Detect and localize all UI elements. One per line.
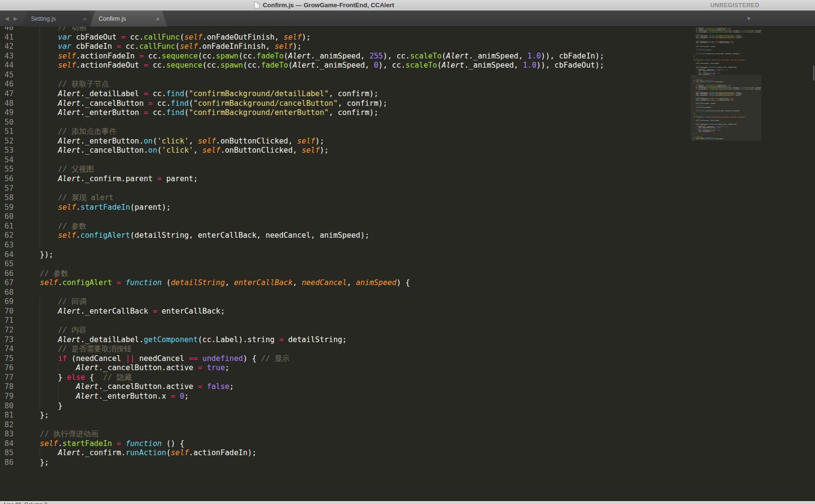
code-line: 73 Alert._detailLabel.getComponent(cc.La… <box>0 335 815 345</box>
token: self <box>184 33 202 42</box>
line-number: 46 <box>0 80 22 89</box>
token: , <box>293 278 302 287</box>
token: ._confirm.parent <box>80 174 157 183</box>
token: = <box>144 89 148 98</box>
token: runAction <box>126 448 166 457</box>
token: // 是否需要取消按钮 <box>58 345 132 353</box>
line-number: 41 <box>0 33 22 43</box>
token: ._animSpeed, <box>315 61 374 70</box>
token: // 显示 <box>725 69 728 70</box>
indent-guide <box>40 71 40 80</box>
code-text: if (needCancel || needCancel == undefine… <box>22 354 290 364</box>
token: find <box>171 99 189 108</box>
code-text: self.actionFadeIn = cc.sequence(cc.spawn… <box>22 52 604 61</box>
token: function <box>126 278 162 287</box>
token: find <box>166 108 184 117</box>
code-text: } <box>22 402 62 411</box>
token: self <box>40 278 58 287</box>
token: . <box>58 278 62 287</box>
code-text: Alert._confirm.runAction(self.actionFade… <box>22 448 256 458</box>
indent-guide <box>40 146 40 156</box>
line-number: 53 <box>0 146 22 156</box>
tab-overflow-icon[interactable]: ▼ <box>746 11 751 27</box>
indent-guide <box>40 61 40 71</box>
token: self <box>297 137 315 145</box>
token: scaleTo <box>410 52 442 60</box>
scrollbar-thumb[interactable] <box>813 65 815 81</box>
code-text: // 父视图 <box>22 165 94 174</box>
token: "confirmBackground/detailLabel" <box>189 89 328 98</box>
token: ; <box>720 73 721 74</box>
title-bar: Confirm.js — GrowGame-FrontEnd, CCAlert … <box>0 0 815 11</box>
minimap[interactable]: // 动画 var cbFadeOut = cc.callFunc(self.o… <box>691 27 761 145</box>
back-icon[interactable]: ◀ <box>5 11 9 27</box>
indent-guide <box>40 316 40 326</box>
license-status: UNREGISTERED <box>711 0 759 11</box>
close-icon[interactable]: × <box>83 15 87 22</box>
token: ._enterButton.x <box>99 392 171 401</box>
token: ); <box>315 137 325 145</box>
document-icon <box>254 1 260 9</box>
minimap-viewport[interactable] <box>691 75 761 141</box>
token: Alert <box>58 99 81 108</box>
token: ._cancelButton.active <box>99 363 198 372</box>
tab-confirm-js[interactable]: Confirm.js × <box>90 11 167 27</box>
token: startFadeIn <box>80 203 130 212</box>
forward-icon[interactable]: ▶ <box>14 11 17 27</box>
code-line: 54 <box>0 156 815 165</box>
token: , confirm); <box>338 99 387 108</box>
code-line: 77 } else { // 隐藏 <box>0 373 815 383</box>
code-text: // 执行弹进动画 <box>22 430 98 439</box>
token: } <box>22 402 62 410</box>
line-number: 83 <box>0 430 22 439</box>
token: = <box>171 392 175 401</box>
token: ._cancelButton. <box>80 146 148 155</box>
token: .actionFadeIn <box>76 52 139 60</box>
token: ( <box>184 89 189 98</box>
token: Alert <box>293 61 315 70</box>
token <box>22 382 76 391</box>
indent-guide <box>40 99 40 109</box>
token: ._animSpeed, <box>311 52 369 60</box>
token: // 添加点击事件 <box>58 127 117 136</box>
indent-guide <box>40 127 40 137</box>
token: detailString; <box>728 67 737 68</box>
token: sequence <box>166 61 203 70</box>
code-line: 56 Alert._confirm.parent = parent; <box>0 174 815 184</box>
code-text: }; <box>22 411 49 420</box>
line-number: 60 <box>0 212 22 222</box>
indent-guide <box>40 335 40 345</box>
token: function <box>705 59 711 60</box>
code-text: // 动画 <box>22 27 87 33</box>
token: = <box>279 335 283 344</box>
code-line: 81 }; <box>0 411 815 420</box>
token: 'click' <box>157 137 189 145</box>
code-line: 69 // 回调 <box>0 297 815 307</box>
code-text: var cbFadeOut = cc.callFunc(self.onFadeO… <box>22 33 311 43</box>
token: "confirmBackground/enterButton" <box>714 38 734 39</box>
minimap-line: self.actionFadeOut = cc.sequence(cc.spaw… <box>691 31 761 33</box>
token <box>22 439 40 448</box>
token: ; <box>184 392 189 401</box>
token: == <box>189 354 198 363</box>
close-icon[interactable]: × <box>156 15 160 22</box>
code-line: 71 <box>0 316 815 326</box>
status-bar: Line 86, Column 3 <box>0 501 815 504</box>
token: ( <box>153 137 157 145</box>
token: cbFadeIn <box>72 42 117 51</box>
indent-guide <box>58 382 59 392</box>
code-text: // 内容 <box>22 326 87 335</box>
code-text: Alert._detailLabel = cc.find("confirmBac… <box>22 89 378 99</box>
line-number: 85 <box>0 448 22 458</box>
line-number: 52 <box>0 137 22 146</box>
indent-guide <box>40 89 40 99</box>
token: callFunc <box>144 33 180 42</box>
window-title: Confirm.js — GrowGame-FrontEnd, CCAlert <box>263 1 394 9</box>
token: ( <box>162 278 171 287</box>
code-line: 74 // 是否需要取消按钮 <box>0 345 815 354</box>
code-line: 70 Alert._enterCallBack = enterCallBack; <box>0 307 815 317</box>
code-text: } else { // 隐藏 <box>22 373 132 383</box>
token: ._detailLabel. <box>80 335 144 344</box>
token: , confirm); <box>329 108 379 117</box>
tab-setting-js[interactable]: Setting.js × <box>22 11 94 27</box>
